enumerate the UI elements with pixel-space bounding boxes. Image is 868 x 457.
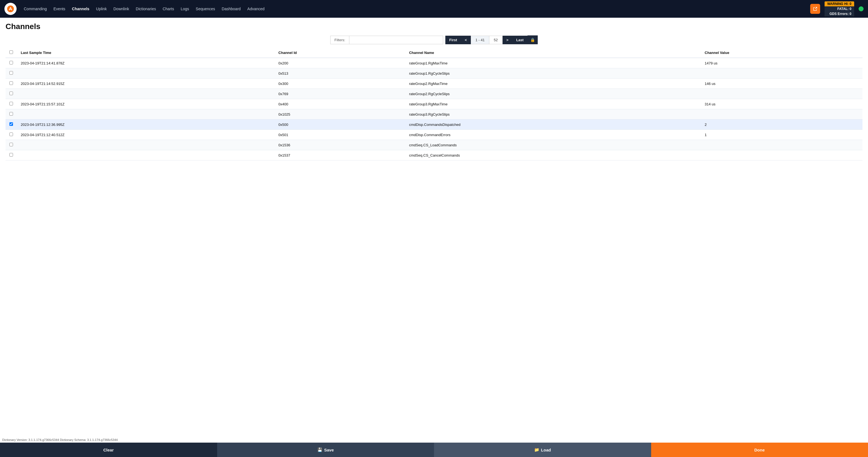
row-channel-name: cmdDisp.CommandErrors	[405, 130, 701, 140]
connection-indicator	[859, 6, 864, 11]
navbar: Commanding Events Channels Uplink Downli…	[0, 0, 868, 18]
row-channel-name: cmdSeq.CS_CancelCommands	[405, 150, 701, 160]
row-time	[17, 89, 275, 99]
filter-bar: Filters: First < 1 - 41 52 > Last 🔒	[5, 35, 863, 44]
first-page-button[interactable]: First	[445, 36, 461, 44]
svg-point-0	[7, 5, 14, 12]
table-row: 0x1536cmdSeq.CS_LoadCommands	[5, 140, 863, 150]
nav-dashboard[interactable]: Dashboard	[219, 5, 244, 13]
row-channel-id: 0x500	[275, 120, 405, 130]
header-channel-name: Channel Name	[405, 48, 701, 58]
nav-commanding[interactable]: Commanding	[21, 5, 50, 13]
app-logo[interactable]	[4, 3, 17, 15]
row-checkbox[interactable]	[9, 153, 13, 157]
row-time: 2023-04-19T21:15:57.101Z	[17, 99, 275, 109]
row-time: 2023-04-19T21:14:52.915Z	[17, 79, 275, 89]
row-time: 2023-04-19T21:12:40.512Z	[17, 130, 275, 140]
row-channel-value	[701, 109, 863, 120]
external-link-button[interactable]	[810, 4, 820, 14]
row-checkbox[interactable]	[9, 71, 13, 75]
row-time: 2023-04-19T21:14:41.878Z	[17, 58, 275, 68]
row-checkbox-cell	[5, 120, 17, 130]
last-page-button[interactable]: Last	[512, 36, 527, 44]
row-channel-id: 0x501	[275, 130, 405, 140]
row-checkbox[interactable]	[9, 61, 13, 64]
gds-errors-status: GDS Errors: 0	[825, 11, 854, 16]
page-total: 52	[489, 36, 502, 44]
row-checkbox-cell	[5, 79, 17, 89]
row-checkbox-cell	[5, 130, 17, 140]
select-all-checkbox[interactable]	[9, 50, 13, 54]
header-channel-value: Channel Value	[701, 48, 863, 58]
row-channel-id: 0x513	[275, 68, 405, 79]
fatal-status: FATAL: 0	[825, 6, 854, 11]
nav-sequences[interactable]: Sequences	[193, 5, 218, 13]
nav-uplink[interactable]: Uplink	[93, 5, 110, 13]
row-channel-value	[701, 89, 863, 99]
row-time	[17, 109, 275, 120]
row-checkbox-cell	[5, 58, 17, 68]
row-time: 2023-04-19T21:12:36.995Z	[17, 120, 275, 130]
row-channel-value: 2	[701, 120, 863, 130]
row-checkbox[interactable]	[9, 132, 13, 136]
row-checkbox-cell	[5, 150, 17, 160]
row-channel-value	[701, 68, 863, 79]
row-checkbox[interactable]	[9, 102, 13, 105]
filter-input[interactable]	[349, 36, 443, 44]
table-row: 2023-04-19T21:14:41.878Z0x200rateGroup1.…	[5, 58, 863, 68]
page-range: 1 - 41	[471, 36, 489, 44]
channels-table: Last Sample Time Channel Id Channel Name…	[5, 48, 863, 160]
table-row: 2023-04-19T21:14:52.915Z0x300rateGroup2.…	[5, 79, 863, 89]
nav-downlink[interactable]: Downlink	[111, 5, 132, 13]
lock-button[interactable]: 🔒	[527, 35, 538, 44]
page-content: Channels Filters: First < 1 - 41 52 > La…	[0, 18, 868, 165]
nav-advanced[interactable]: Advanced	[245, 5, 267, 13]
table-body: 2023-04-19T21:14:41.878Z0x200rateGroup1.…	[5, 58, 863, 160]
row-channel-id: 0x1025	[275, 109, 405, 120]
prev-page-button[interactable]: <	[461, 36, 471, 44]
row-channel-name: cmdDisp.CommandsDispatched	[405, 120, 701, 130]
status-block: WARNING HI: 0 FATAL: 0 GDS Errors: 0	[825, 1, 854, 16]
row-checkbox[interactable]	[9, 122, 13, 126]
nav-dictionaries[interactable]: Dictionaries	[133, 5, 159, 13]
row-channel-id: 0x1536	[275, 140, 405, 150]
table-row: 2023-04-19T21:12:36.995Z0x500cmdDisp.Com…	[5, 120, 863, 130]
row-channel-id: 0x769	[275, 89, 405, 99]
table-row: 0x513rateGroup1.RgCycleSlips	[5, 68, 863, 79]
nav-channels[interactable]: Channels	[69, 5, 92, 13]
header-checkbox	[5, 48, 17, 58]
row-checkbox[interactable]	[9, 112, 13, 116]
table-header: Last Sample Time Channel Id Channel Name…	[5, 48, 863, 58]
row-time	[17, 140, 275, 150]
row-checkbox[interactable]	[9, 143, 13, 146]
row-checkbox[interactable]	[9, 92, 13, 95]
next-page-button[interactable]: >	[503, 36, 513, 44]
nav-events[interactable]: Events	[51, 5, 68, 13]
nav-charts[interactable]: Charts	[160, 5, 177, 13]
row-channel-name: rateGroup2.RgCycleSlips	[405, 89, 701, 99]
row-checkbox-cell	[5, 109, 17, 120]
page-title: Channels	[5, 22, 863, 31]
row-channel-value: 314 us	[701, 99, 863, 109]
row-channel-name: rateGroup1.RgCycleSlips	[405, 68, 701, 79]
pagination-group: First < 1 - 41 52 > Last 🔒	[445, 35, 538, 44]
row-checkbox-cell	[5, 140, 17, 150]
table-row: 2023-04-19T21:15:57.101Z0x400rateGroup3.…	[5, 99, 863, 109]
row-channel-value: 1479 us	[701, 58, 863, 68]
row-checkbox-cell	[5, 89, 17, 99]
row-checkbox-cell	[5, 68, 17, 79]
row-channel-value: 1	[701, 130, 863, 140]
row-checkbox[interactable]	[9, 81, 13, 85]
row-channel-value: 146 us	[701, 79, 863, 89]
row-time	[17, 68, 275, 79]
row-channel-name: cmdSeq.CS_LoadCommands	[405, 140, 701, 150]
row-channel-id: 0x400	[275, 99, 405, 109]
row-channel-id: 0x1537	[275, 150, 405, 160]
row-channel-id: 0x300	[275, 79, 405, 89]
header-channel-id: Channel Id	[275, 48, 405, 58]
row-channel-id: 0x200	[275, 58, 405, 68]
nav-logs[interactable]: Logs	[178, 5, 192, 13]
row-time	[17, 150, 275, 160]
row-channel-value	[701, 150, 863, 160]
filter-label: Filters:	[330, 36, 349, 44]
